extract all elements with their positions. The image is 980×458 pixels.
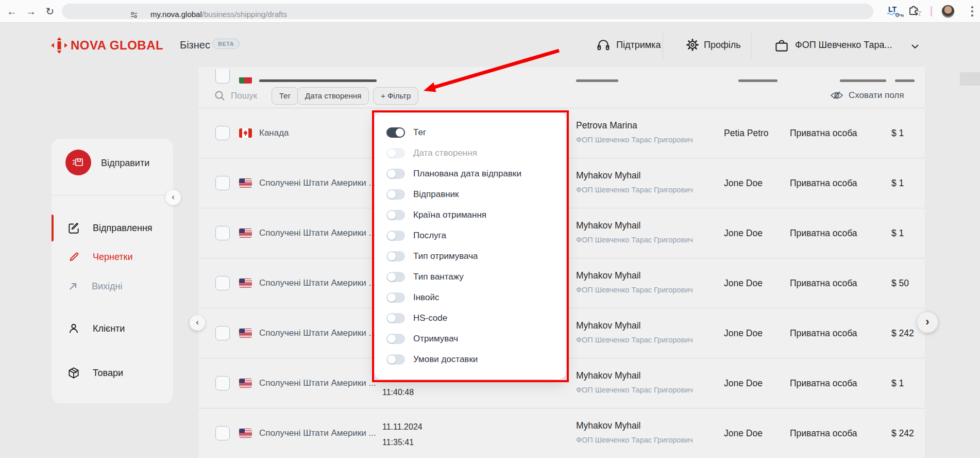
briefcase-icon bbox=[774, 38, 789, 53]
languagetool-extension-icon[interactable]: LT bbox=[886, 5, 899, 15]
table-row[interactable]: Сполучені Штати Америки ...11.11.202411:… bbox=[198, 408, 925, 458]
sender-cell: Myhakov Myhail bbox=[576, 270, 640, 281]
box-icon bbox=[67, 366, 80, 380]
row-checkbox[interactable] bbox=[215, 176, 230, 190]
add-filter-button[interactable]: + Фільтр bbox=[373, 87, 418, 105]
time-cell: 11:40:48 bbox=[382, 388, 414, 397]
country-cell: Сполучені Штати Америки ... bbox=[259, 228, 376, 238]
sender-cell: Myhakov Myhail bbox=[576, 170, 640, 181]
country-cell: Сполучені Штати Америки ... bbox=[259, 378, 376, 388]
sender-cell: Myhakov Myhail bbox=[576, 370, 640, 381]
flag-usa-icon bbox=[239, 178, 252, 188]
search-icon bbox=[214, 90, 226, 102]
sender-company-cell: ФОП Шевченко Тарас Григорович bbox=[576, 286, 693, 294]
hide-fields-label: Сховати поля bbox=[849, 90, 904, 101]
send-parcel-label: Відправити bbox=[101, 158, 149, 169]
brand-name[interactable]: NOVA GLOBAL bbox=[71, 38, 163, 53]
scroll-left-button[interactable]: ‹ bbox=[190, 315, 205, 331]
flag-usa-icon bbox=[239, 379, 252, 388]
search-input[interactable]: Пошук bbox=[231, 91, 257, 101]
pencil-icon bbox=[67, 250, 80, 264]
sender-cell: Petrova Marina bbox=[576, 120, 637, 131]
date-cell: 11.11.2024 bbox=[382, 422, 423, 432]
nova-global-logo-icon bbox=[50, 37, 68, 54]
forward-icon[interactable]: → bbox=[23, 4, 39, 19]
url-text: my.nova.global/business/shipping/drafts bbox=[150, 10, 287, 19]
row-checkbox[interactable] bbox=[215, 276, 230, 290]
profile-button[interactable]: Профіль bbox=[704, 40, 741, 51]
recipient-cell: Jone Doe bbox=[724, 328, 763, 339]
browser-avatar[interactable] bbox=[941, 5, 955, 18]
row-checkbox[interactable] bbox=[215, 326, 230, 340]
browser-toolbar: ← → ↻ my.nova.global/business/shipping/d… bbox=[0, 0, 980, 23]
beta-badge: BETA bbox=[212, 39, 240, 49]
eye-off-icon bbox=[830, 89, 844, 102]
recipient-type-cell: Приватна особа bbox=[790, 278, 857, 289]
recipient-type-cell: Приватна особа bbox=[790, 378, 857, 389]
country-cell: Канада bbox=[259, 128, 289, 138]
sidebar-item-label: Вихідні bbox=[92, 281, 123, 292]
send-parcel-button[interactable] bbox=[65, 150, 91, 175]
row-checkbox[interactable] bbox=[215, 376, 230, 390]
sidebar-item-products[interactable]: Товари bbox=[67, 363, 170, 383]
address-bar[interactable]: my.nova.global/business/shipping/drafts … bbox=[62, 4, 873, 19]
person-icon bbox=[67, 322, 80, 335]
hide-fields-button[interactable]: Сховати поля bbox=[830, 89, 904, 102]
recipient-cell: Jone Doe bbox=[724, 428, 763, 439]
sender-company-cell: ФОП Шевченко Тарас Григорович bbox=[576, 186, 693, 194]
flag-canada-icon bbox=[239, 128, 252, 138]
recipient-type-cell: Приватна особа bbox=[790, 128, 857, 139]
sender-cell: Myhakov Myhail bbox=[576, 220, 640, 231]
back-icon[interactable]: ← bbox=[4, 4, 20, 19]
arrow-up-right-icon bbox=[67, 280, 79, 292]
recipient-cell: Jone Doe bbox=[724, 378, 763, 389]
support-button[interactable]: Підтримка bbox=[616, 40, 661, 51]
sidebar-item-drafts[interactable]: Чернетки bbox=[67, 247, 170, 267]
price-cell: $ 1 bbox=[891, 128, 904, 139]
flag-icon bbox=[239, 77, 252, 84]
filter-chip-tag[interactable]: Тег bbox=[272, 87, 298, 105]
recipient-cell: Jone Doe bbox=[724, 178, 763, 189]
sender-cell: Myhakov Myhail bbox=[576, 320, 640, 331]
country-cell: Сполучені Штати Америки ... bbox=[259, 178, 376, 188]
sender-company-cell: ФОП Шевченко Тарас Григорович bbox=[576, 336, 693, 344]
price-cell: $ 1 bbox=[891, 178, 904, 189]
site-info-icon[interactable] bbox=[130, 11, 138, 19]
sidebar-item-clients[interactable]: Клієнти bbox=[67, 318, 170, 339]
clipped-text bbox=[738, 79, 778, 82]
sender-company-cell: ФОП Шевченко Тарас Григорович bbox=[576, 386, 693, 394]
compose-icon bbox=[67, 221, 80, 235]
flag-usa-icon bbox=[239, 279, 252, 288]
flag-usa-icon bbox=[239, 329, 252, 338]
clipped-text bbox=[895, 79, 915, 82]
recipient-type-cell: Приватна особа bbox=[790, 178, 857, 189]
chevron-down-icon[interactable] bbox=[911, 43, 919, 50]
sender-company-cell: ФОП Шевченко Тарас Григорович bbox=[576, 236, 693, 244]
headphones-icon bbox=[596, 38, 611, 52]
country-cell: Сполучені Штати Америки ... bbox=[259, 328, 376, 338]
reload-icon[interactable]: ↻ bbox=[42, 4, 58, 19]
sidebar-item-label: Клієнти bbox=[93, 323, 125, 334]
row-checkbox[interactable] bbox=[215, 126, 230, 140]
extensions-puzzle-icon[interactable] bbox=[907, 5, 920, 18]
sidebar-item-label: Чернетки bbox=[93, 252, 133, 263]
sidebar-divider bbox=[52, 195, 173, 195]
country-cell: Сполучені Штати Америки ... bbox=[259, 278, 376, 288]
browser-menu-icon[interactable]: ••• bbox=[968, 5, 976, 18]
scroll-right-button[interactable]: › bbox=[917, 312, 938, 333]
row-checkbox[interactable] bbox=[215, 426, 230, 440]
sidebar-item-label: Відправлення bbox=[93, 223, 153, 234]
red-box-annotation bbox=[372, 110, 569, 382]
recipient-type-cell: Приватна особа bbox=[790, 228, 857, 239]
sender-company-cell: ФОП Шевченко Тарас Григорович bbox=[576, 436, 693, 444]
sidebar-item-outgoing[interactable]: Вихідні bbox=[67, 276, 170, 297]
price-cell: $ 50 bbox=[891, 278, 909, 289]
row-checkbox[interactable] bbox=[215, 226, 230, 240]
account-switcher[interactable]: ФОП Шевченко Тара... bbox=[795, 40, 892, 51]
collapse-sidebar-button[interactable]: ‹ bbox=[165, 190, 181, 205]
price-cell: $ 242 bbox=[891, 428, 914, 439]
filter-chip-created-date[interactable]: Дата створення bbox=[297, 87, 369, 105]
row-checkbox[interactable] bbox=[215, 69, 230, 84]
recipient-cell: Jone Doe bbox=[724, 278, 763, 289]
sidebar-item-shipments[interactable]: Відправлення bbox=[67, 218, 170, 238]
